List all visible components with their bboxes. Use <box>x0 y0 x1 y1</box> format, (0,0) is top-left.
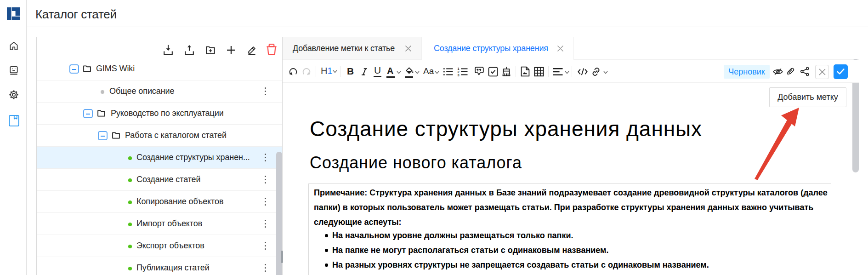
svg-text:3: 3 <box>458 73 460 77</box>
